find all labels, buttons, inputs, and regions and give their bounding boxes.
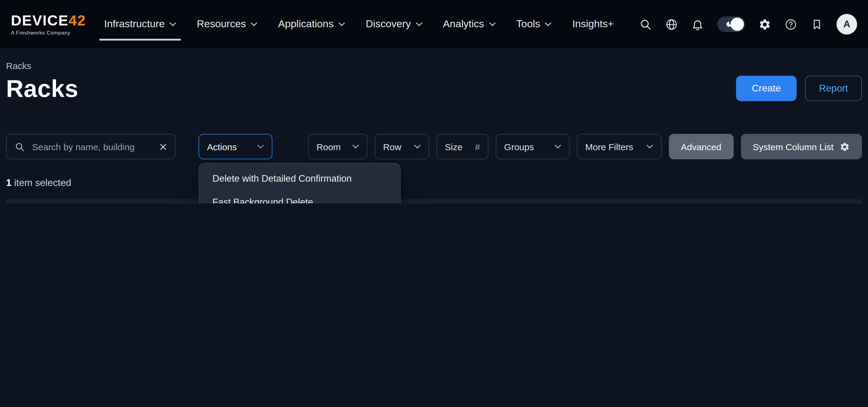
chevron-down-icon <box>414 144 421 149</box>
search-input[interactable] <box>31 141 153 152</box>
toggle-knob <box>731 18 744 31</box>
nav-item-label: Analytics <box>443 18 484 30</box>
filter-cluster: Room Row Size # Groups More Filters <box>308 134 862 159</box>
brand-tagline: A Freshworks Company <box>11 29 88 35</box>
close-icon <box>159 143 167 150</box>
chevron-down-icon <box>352 144 359 149</box>
main-nav: Infrastructure Resources Applications Di… <box>104 0 614 49</box>
chevron-down-icon <box>257 144 264 149</box>
nav-item[interactable]: Resources <box>197 0 257 49</box>
actions-label: Actions <box>207 141 237 152</box>
racks-table: Name↑↓LayoutSizeRoom↑↓Building↑↓# Device… <box>6 199 862 204</box>
logo-text-accent: 42 <box>69 12 86 28</box>
chevron-down-icon <box>554 144 561 149</box>
nav-item-label: Insights+ <box>572 18 614 30</box>
nav-item-label: Tools <box>516 18 540 30</box>
chevron-down-icon <box>251 22 257 26</box>
main-content: Racks Racks Create Report Actions Room <box>0 61 868 204</box>
avatar[interactable]: A <box>837 14 857 34</box>
nav-item[interactable]: Tools <box>516 0 552 49</box>
gear-icon[interactable] <box>758 18 771 31</box>
nav-actions: A <box>639 14 857 34</box>
chevron-down-icon <box>489 22 496 26</box>
actions-dropdown[interactable]: Actions <box>198 134 272 159</box>
bookmark-icon[interactable] <box>810 18 823 31</box>
groups-filter[interactable]: Groups <box>496 134 569 159</box>
chevron-down-icon <box>415 22 422 26</box>
app-root: DEVICE42 A Freshworks Company Infrastruc… <box>0 0 868 204</box>
search-icon <box>14 141 25 152</box>
filter-bar: Actions Room Row Size # Groups <box>6 134 862 159</box>
selection-status: 1 item selected <box>6 177 862 188</box>
search-icon[interactable] <box>639 18 652 31</box>
report-button[interactable]: Report <box>805 76 862 101</box>
logo-text-main: DEVICE <box>11 12 69 28</box>
clear-search-button[interactable] <box>159 143 167 150</box>
selection-label: item selected <box>11 177 71 188</box>
room-filter[interactable]: Room <box>308 134 367 159</box>
table-header: Name↑↓LayoutSizeRoom↑↓Building↑↓# Device… <box>6 199 862 204</box>
page-header-row: Racks Create Report <box>6 75 862 103</box>
chevron-down-icon <box>545 22 552 26</box>
more-filters-dropdown[interactable]: More Filters <box>577 134 661 159</box>
page-title: Racks <box>6 75 79 103</box>
top-nav: DEVICE42 A Freshworks Company Infrastruc… <box>0 0 868 49</box>
nav-item[interactable]: Infrastructure <box>104 0 176 49</box>
actions-menu: Delete with Detailed Confirmation Fast B… <box>198 163 401 204</box>
globe-icon[interactable] <box>665 18 678 31</box>
nav-item[interactable]: Analytics <box>443 0 495 49</box>
create-button[interactable]: Create <box>736 76 797 101</box>
selection-count: 1 <box>6 177 11 188</box>
page-actions: Create Report <box>736 76 862 101</box>
chevron-down-icon <box>647 144 653 149</box>
nav-item[interactable]: Discovery <box>366 0 422 49</box>
nav-item-label: Discovery <box>366 18 411 30</box>
bell-icon[interactable] <box>691 18 704 31</box>
size-filter[interactable]: Size # <box>436 134 489 159</box>
row-filter[interactable]: Row <box>375 134 429 159</box>
menu-item[interactable]: Delete with Detailed Confirmation <box>199 167 400 190</box>
brand-logo[interactable]: DEVICE42 A Freshworks Company <box>11 13 88 35</box>
number-symbol: # <box>475 141 480 152</box>
nav-item[interactable]: Applications <box>278 0 345 49</box>
menu-item[interactable]: Fast Background Delete <box>199 190 400 204</box>
logo-text: DEVICE42 <box>11 13 88 28</box>
nav-item[interactable]: Insights+ <box>572 0 614 49</box>
nav-item-label: Resources <box>197 18 246 30</box>
nav-item-label: Applications <box>278 18 334 30</box>
chevron-down-icon <box>169 22 176 26</box>
theme-toggle[interactable] <box>717 16 745 32</box>
chevron-down-icon <box>338 22 345 26</box>
help-icon[interactable] <box>784 18 797 31</box>
advanced-button[interactable]: Advanced <box>669 134 733 159</box>
gear-icon <box>840 141 850 152</box>
search-box[interactable] <box>6 134 176 159</box>
actions-menu-list: Delete with Detailed Confirmation Fast B… <box>199 167 400 204</box>
breadcrumb[interactable]: Racks <box>6 61 31 71</box>
nav-item-label: Infrastructure <box>104 18 165 30</box>
system-column-list-button[interactable]: System Column List <box>741 134 862 159</box>
